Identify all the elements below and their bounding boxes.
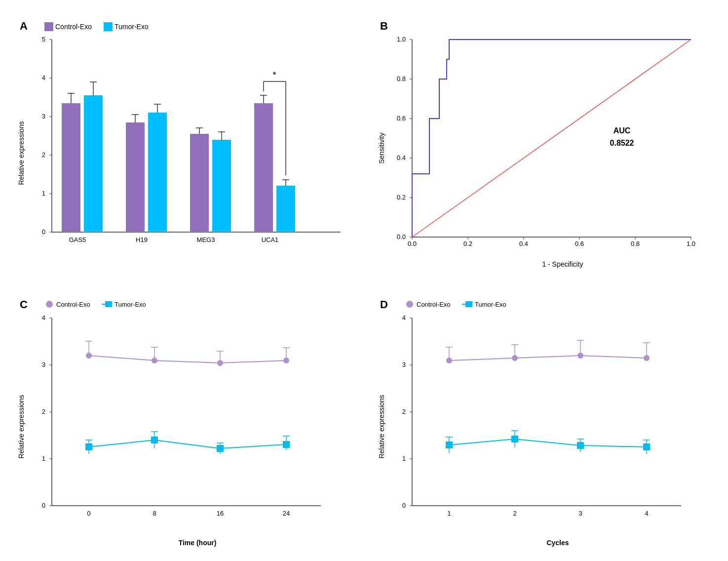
legend-tumor-swatch-a [104,22,113,31]
panel-a-label: A [20,20,28,32]
panel-c-label: C [20,298,28,311]
figure-container: A Control-Exo Tumor-Exo Relative express… [0,0,728,561]
ytick-label-4-a: 4 [42,74,45,81]
ytick-label-2-c: 2 [42,408,45,415]
ytick-label-1-d: 1 [402,455,406,462]
bar-uca1-control [254,103,273,232]
ytick-label-1-c: 1 [42,455,45,462]
auc-value: 0.8522 [610,139,634,147]
xtick-label-10-b: 1.0 [687,240,695,247]
tumor-line-d [449,439,647,447]
ytick-label-3-d: 3 [402,361,406,368]
xtick-8-c: 8 [153,510,156,517]
ytick-label-3-c: 3 [42,361,45,368]
tumor-line-c [89,440,286,448]
xlabel-uca1: UCA1 [262,236,279,243]
xtick-16-c: 16 [217,510,224,517]
y-axis-label-d: Relative expressions [378,395,385,458]
xtick-label-02-b: 0.2 [463,240,472,247]
x-axis-label-b: 1 - Specificity [542,260,583,268]
bar-h19-control [126,122,145,232]
ytick-label-3-a: 3 [42,113,45,120]
xlabel-meg3: MEG3 [197,236,215,243]
ytick-label-08-b: 0.8 [397,75,406,82]
xtick-0-c: 0 [87,510,90,517]
y-axis-label-c: Relative expressions [17,395,25,458]
ytick-label-5-a: 5 [42,36,45,43]
x-axis-label-c: Time (hour) [179,539,217,547]
xtick-2-d: 2 [513,510,516,517]
xlabel-h19: H19 [136,236,148,243]
panel-c: C Control-Exo Tumor-Exo Relative express… [10,288,365,561]
ytick-label-0-d: 0 [402,502,406,509]
panel-d-label: D [380,298,388,311]
bar-gas5-tumor [84,95,103,232]
bar-uca1-tumor [276,186,295,232]
ytick-label-2-a: 2 [42,151,45,159]
ytick-label-4-d: 4 [402,314,406,321]
diagonal-line [412,40,691,237]
bar-meg3-tumor [212,140,231,232]
legend-tumor-label-a: Tumor-Exo [115,23,149,31]
ytick-label-1-a: 1 [42,190,45,197]
xlabel-gas5: GAS5 [69,236,86,243]
significance-star: * [272,70,276,80]
ytick-label-0-a: 0 [42,228,45,236]
ytick-label-0-c: 0 [42,502,45,509]
control-line-d [449,356,647,361]
bar-gas5-control [62,103,80,232]
y-axis-label-b: Sensitivity [378,132,385,163]
legend-control-swatch-a [44,22,53,31]
panel-b-label: B [380,20,388,32]
y-axis-label-a: Relative expressions [17,121,25,185]
xtick-label-0-b: 0.0 [408,240,417,247]
bar-h19-tumor [148,113,167,232]
ytick-label-0-b: 0.0 [397,233,406,240]
ytick-label-02-b: 0.2 [397,194,406,201]
legend-control-label-c: Control-Exo [56,301,90,308]
x-axis-label-d: Cycles [546,539,569,547]
xtick-24-c: 24 [283,510,290,517]
xtick-label-08-b: 0.8 [631,240,640,247]
xtick-1-d: 1 [447,510,451,517]
ytick-label-2-d: 2 [402,408,406,415]
xtick-3-d: 3 [578,510,582,517]
panel-b: B Sensitivity 1 - Specificity 0.0 0.2 0.… [370,10,726,283]
ytick-label-10-b: 1.0 [397,36,406,43]
legend-tumor-label-d: Tumor-Exo [475,301,506,308]
xtick-4-d: 4 [645,510,648,517]
panel-a: A Control-Exo Tumor-Exo Relative express… [10,10,365,283]
legend-control-label-d: Control-Exo [417,301,451,308]
bar-meg3-control [190,134,209,232]
legend-tumor-label-c: Tumor-Exo [115,301,146,308]
control-line-c [89,356,286,363]
auc-label: AUC [613,126,631,135]
panel-d: D Control-Exo Tumor-Exo Relative express… [370,288,726,561]
ytick-label-4-c: 4 [42,314,45,321]
xtick-label-04-b: 0.4 [519,240,528,247]
ytick-label-06-b: 0.6 [397,115,406,122]
legend-control-label-a: Control-Exo [55,23,92,31]
ytick-label-04-b: 0.4 [397,154,406,161]
xtick-label-06-b: 0.6 [575,240,584,247]
